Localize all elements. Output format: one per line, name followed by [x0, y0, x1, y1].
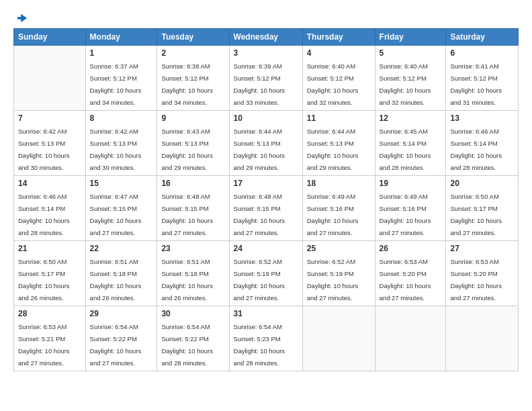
day-number: 20 [450, 179, 514, 188]
calendar-cell: 22Sunrise: 6:51 AM Sunset: 5:18 PM Dayli… [85, 241, 157, 306]
day-info: Sunrise: 6:46 AM Sunset: 5:14 PM Dayligh… [18, 193, 70, 236]
logo-text [13, 12, 28, 24]
calendar-cell: 20Sunrise: 6:50 AM Sunset: 5:17 PM Dayli… [446, 176, 519, 241]
calendar-cell: 8Sunrise: 6:42 AM Sunset: 5:13 PM Daylig… [85, 111, 157, 176]
day-number: 4 [307, 48, 371, 58]
calendar-cell: 28Sunrise: 6:53 AM Sunset: 5:21 PM Dayli… [14, 306, 86, 371]
logo-icon [16, 12, 28, 24]
day-info: Sunrise: 6:53 AM Sunset: 5:21 PM Dayligh… [18, 323, 70, 367]
day-info: Sunrise: 6:52 AM Sunset: 5:19 PM Dayligh… [234, 258, 285, 302]
day-info: Sunrise: 6:51 AM Sunset: 5:18 PM Dayligh… [90, 258, 142, 302]
day-info: Sunrise: 6:42 AM Sunset: 5:13 PM Dayligh… [90, 128, 142, 171]
calendar-cell [446, 306, 519, 371]
day-info: Sunrise: 6:48 AM Sunset: 5:15 PM Dayligh… [234, 193, 285, 236]
day-number: 6 [450, 48, 514, 58]
day-number: 12 [380, 113, 442, 123]
day-info: Sunrise: 6:48 AM Sunset: 5:15 PM Dayligh… [161, 193, 213, 236]
day-number: 1 [90, 48, 153, 58]
day-info: Sunrise: 6:54 AM Sunset: 5:22 PM Dayligh… [90, 323, 142, 367]
header [13, 12, 519, 21]
day-number: 14 [18, 179, 81, 188]
svg-marker-0 [17, 14, 27, 23]
calendar: SundayMondayTuesdayWednesdayThursdayFrid… [13, 28, 519, 371]
day-number: 8 [90, 113, 153, 123]
day-number: 28 [18, 309, 81, 318]
day-number: 17 [234, 179, 298, 188]
calendar-cell: 21Sunrise: 6:50 AM Sunset: 5:17 PM Dayli… [14, 241, 86, 306]
day-header: Sunday [14, 29, 86, 46]
calendar-cell [302, 306, 375, 371]
calendar-cell: 26Sunrise: 6:53 AM Sunset: 5:20 PM Dayli… [375, 241, 446, 306]
calendar-cell: 14Sunrise: 6:46 AM Sunset: 5:14 PM Dayli… [14, 176, 86, 241]
calendar-cell: 25Sunrise: 6:52 AM Sunset: 5:19 PM Dayli… [302, 241, 375, 306]
day-info: Sunrise: 6:49 AM Sunset: 5:16 PM Dayligh… [307, 193, 359, 236]
day-number: 26 [380, 244, 442, 253]
calendar-cell: 15Sunrise: 6:47 AM Sunset: 5:15 PM Dayli… [85, 176, 157, 241]
calendar-cell: 27Sunrise: 6:53 AM Sunset: 5:20 PM Dayli… [446, 241, 519, 306]
day-info: Sunrise: 6:47 AM Sunset: 5:15 PM Dayligh… [90, 193, 142, 236]
day-info: Sunrise: 6:40 AM Sunset: 5:12 PM Dayligh… [307, 62, 359, 106]
calendar-cell: 19Sunrise: 6:49 AM Sunset: 5:16 PM Dayli… [375, 176, 446, 241]
day-info: Sunrise: 6:52 AM Sunset: 5:19 PM Dayligh… [307, 258, 359, 302]
day-info: Sunrise: 6:41 AM Sunset: 5:12 PM Dayligh… [450, 62, 502, 106]
calendar-cell: 1Sunrise: 6:37 AM Sunset: 5:12 PM Daylig… [85, 46, 157, 111]
day-info: Sunrise: 6:50 AM Sunset: 5:17 PM Dayligh… [18, 258, 70, 302]
day-number: 21 [18, 244, 81, 253]
day-info: Sunrise: 6:44 AM Sunset: 5:13 PM Dayligh… [234, 128, 285, 171]
day-number: 24 [234, 244, 298, 253]
day-info: Sunrise: 6:50 AM Sunset: 5:17 PM Dayligh… [450, 193, 502, 236]
calendar-cell [14, 46, 86, 111]
calendar-cell: 23Sunrise: 6:51 AM Sunset: 5:18 PM Dayli… [157, 241, 229, 306]
calendar-cell: 24Sunrise: 6:52 AM Sunset: 5:19 PM Dayli… [229, 241, 302, 306]
calendar-cell: 5Sunrise: 6:40 AM Sunset: 5:12 PM Daylig… [375, 46, 446, 111]
day-header: Wednesday [229, 29, 302, 46]
day-info: Sunrise: 6:53 AM Sunset: 5:20 PM Dayligh… [380, 258, 431, 302]
day-number: 30 [161, 309, 224, 318]
calendar-cell: 7Sunrise: 6:42 AM Sunset: 5:13 PM Daylig… [14, 111, 86, 176]
day-number: 25 [307, 244, 371, 253]
day-info: Sunrise: 6:54 AM Sunset: 5:22 PM Dayligh… [161, 323, 213, 367]
day-number: 16 [161, 179, 224, 188]
day-info: Sunrise: 6:45 AM Sunset: 5:14 PM Dayligh… [380, 128, 431, 171]
calendar-cell: 10Sunrise: 6:44 AM Sunset: 5:13 PM Dayli… [229, 111, 302, 176]
day-number: 9 [161, 113, 224, 123]
day-number: 2 [161, 48, 224, 58]
day-number: 27 [450, 244, 514, 253]
day-info: Sunrise: 6:49 AM Sunset: 5:16 PM Dayligh… [380, 193, 431, 236]
day-number: 29 [90, 309, 153, 318]
calendar-cell: 9Sunrise: 6:43 AM Sunset: 5:13 PM Daylig… [157, 111, 229, 176]
day-info: Sunrise: 6:46 AM Sunset: 5:14 PM Dayligh… [450, 128, 502, 171]
page: SundayMondayTuesdayWednesdayThursdayFrid… [0, 0, 532, 411]
calendar-cell: 4Sunrise: 6:40 AM Sunset: 5:12 PM Daylig… [302, 46, 375, 111]
day-header: Tuesday [157, 29, 229, 46]
calendar-cell: 2Sunrise: 6:38 AM Sunset: 5:12 PM Daylig… [157, 46, 229, 111]
day-number: 15 [90, 179, 153, 188]
day-header: Monday [85, 29, 157, 46]
day-header: Saturday [446, 29, 519, 46]
day-header: Thursday [302, 29, 375, 46]
day-number: 18 [307, 179, 371, 188]
day-info: Sunrise: 6:54 AM Sunset: 5:23 PM Dayligh… [234, 323, 285, 367]
calendar-cell: 12Sunrise: 6:45 AM Sunset: 5:14 PM Dayli… [375, 111, 446, 176]
day-number: 22 [90, 244, 153, 253]
calendar-cell: 18Sunrise: 6:49 AM Sunset: 5:16 PM Dayli… [302, 176, 375, 241]
day-info: Sunrise: 6:39 AM Sunset: 5:12 PM Dayligh… [234, 62, 285, 106]
day-number: 7 [18, 113, 81, 123]
calendar-cell: 3Sunrise: 6:39 AM Sunset: 5:12 PM Daylig… [229, 46, 302, 111]
calendar-cell [375, 306, 446, 371]
day-info: Sunrise: 6:37 AM Sunset: 5:12 PM Dayligh… [90, 62, 142, 106]
day-number: 5 [380, 48, 442, 58]
day-number: 13 [450, 113, 514, 123]
day-number: 31 [234, 309, 298, 318]
day-info: Sunrise: 6:43 AM Sunset: 5:13 PM Dayligh… [161, 128, 213, 171]
day-number: 3 [234, 48, 298, 58]
day-info: Sunrise: 6:44 AM Sunset: 5:13 PM Dayligh… [307, 128, 359, 171]
calendar-cell: 30Sunrise: 6:54 AM Sunset: 5:22 PM Dayli… [157, 306, 229, 371]
day-number: 10 [234, 113, 298, 123]
calendar-cell: 31Sunrise: 6:54 AM Sunset: 5:23 PM Dayli… [229, 306, 302, 371]
day-number: 11 [307, 113, 371, 123]
calendar-cell: 29Sunrise: 6:54 AM Sunset: 5:22 PM Dayli… [85, 306, 157, 371]
day-header: Friday [375, 29, 446, 46]
calendar-cell: 17Sunrise: 6:48 AM Sunset: 5:15 PM Dayli… [229, 176, 302, 241]
day-info: Sunrise: 6:40 AM Sunset: 5:12 PM Dayligh… [380, 62, 431, 106]
